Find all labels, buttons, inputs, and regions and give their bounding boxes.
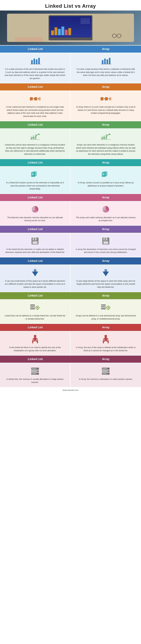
svg-point-103 [37, 371, 38, 372]
left-content-3: In a linked list random access to the el… [0, 167, 70, 194]
right-icon-7 [100, 303, 111, 312]
left-text-8: In the linked list there is no need to s… [9, 346, 61, 352]
right-content-6: It uses large blocks of free space to st… [70, 265, 141, 292]
svg-rect-7 [36, 59, 37, 64]
right-content-3: In Array, random access is possible as i… [70, 167, 141, 194]
svg-rect-64 [105, 269, 107, 272]
header: Linked List vs Array [0, 0, 141, 10]
svg-rect-115 [103, 371, 107, 372]
svg-rect-98 [107, 338, 108, 340]
svg-rect-10 [102, 60, 103, 64]
svg-rect-94 [106, 340, 109, 342]
svg-rect-55 [34, 238, 35, 240]
right-icon-8 [100, 334, 111, 344]
svg-rect-65 [30, 304, 35, 306]
left-content-2: Linked lists cannot store elements in a … [0, 129, 70, 159]
svg-rect-97 [103, 338, 104, 340]
svg-rect-88 [37, 342, 38, 343]
svg-rect-59 [104, 242, 108, 244]
right-header-1: Array [70, 84, 141, 90]
right-icon-4 [100, 205, 111, 214]
svg-rect-86 [35, 340, 38, 342]
svg-rect-54 [33, 242, 37, 244]
left-header-9: Linked List [0, 356, 70, 363]
right-icon-1 [100, 94, 111, 104]
right-icon-6 [100, 268, 111, 278]
svg-point-111 [108, 368, 109, 369]
svg-point-1 [117, 34, 121, 38]
right-header-3: Array [70, 159, 141, 166]
svg-rect-89 [32, 338, 34, 340]
comparison-rows: Linked List Array It is a data structure… [0, 45, 141, 387]
left-icon-0 [30, 56, 41, 66]
left-content-0: It is a data structure of the set of ele… [0, 53, 70, 83]
right-icon-2 [100, 132, 111, 141]
left-header-7: Linked List [0, 292, 70, 299]
svg-rect-85 [32, 340, 35, 342]
svg-rect-93 [103, 340, 105, 342]
svg-rect-45 [32, 174, 34, 175]
left-icon-9 [30, 366, 41, 376]
svg-point-78 [108, 307, 109, 308]
svg-rect-60 [105, 238, 106, 240]
footer-text: www.educba.com [62, 389, 79, 391]
left-content-1: In the Linked list each element is consi… [0, 91, 70, 121]
left-content-5: In the linked list the elements or nodes… [0, 233, 70, 257]
right-text-7: Arrays can be defined in a one-dimension… [76, 314, 136, 320]
svg-rect-96 [108, 342, 109, 343]
svg-rect-39 [101, 137, 103, 140]
right-icon-3 [100, 170, 111, 179]
svg-rect-84 [34, 338, 36, 340]
svg-rect-87 [32, 342, 33, 343]
svg-rect-34 [31, 137, 32, 140]
right-text-6: It uses large blocks of free space to st… [76, 280, 135, 288]
svg-rect-106 [32, 371, 36, 372]
right-content-7: Arrays can be defined in a one-dimension… [70, 300, 141, 324]
right-content-1: In Array, there is no such node concept … [70, 91, 141, 121]
right-header-7: Array [70, 292, 141, 299]
right-header-6: Array [70, 258, 141, 264]
svg-rect-66 [30, 306, 35, 308]
left-header-6: Linked List [0, 258, 70, 264]
left-header-4: Linked List [0, 194, 70, 201]
svg-rect-67 [30, 308, 35, 309]
footer: www.educba.com [0, 387, 141, 393]
svg-rect-27 [105, 97, 108, 100]
svg-rect-30 [109, 97, 111, 100]
right-icon-0 [100, 56, 111, 66]
svg-rect-12 [107, 59, 108, 64]
svg-rect-107 [32, 373, 36, 374]
right-content-2: Arrays can store their elements in a con… [70, 129, 141, 159]
svg-rect-92 [105, 338, 107, 340]
svg-rect-116 [103, 373, 107, 374]
svg-rect-21 [39, 97, 41, 100]
left-content-7: Linked lists can be defined as a simple … [0, 300, 70, 324]
left-icon-6 [30, 268, 41, 278]
svg-point-83 [34, 335, 36, 338]
right-header-5: Array [70, 226, 141, 233]
right-content-0: It is also a data structure that stores … [70, 53, 141, 83]
right-header-2: Array [70, 121, 141, 128]
svg-rect-90 [36, 338, 38, 340]
svg-rect-18 [34, 97, 37, 100]
right-text-1: In Array, there is no such node concept … [76, 106, 135, 114]
svg-rect-13 [109, 58, 111, 64]
svg-point-102 [37, 368, 38, 369]
svg-point-104 [37, 373, 38, 374]
svg-rect-36 [35, 134, 36, 140]
right-text-4: The array uses static memory allocation … [76, 216, 136, 222]
right-text-2: Arrays can store their elements in a con… [76, 144, 136, 155]
right-text-3: In Array, random access is possible as i… [78, 182, 134, 187]
left-text-5: In the linked list the elements or nodes… [5, 248, 65, 254]
right-header-0: Array [70, 46, 141, 52]
svg-rect-41 [106, 134, 107, 140]
right-icon-5 [100, 236, 111, 246]
svg-point-91 [105, 335, 107, 338]
left-header-8: Linked List [0, 324, 70, 331]
svg-rect-95 [103, 342, 104, 343]
left-text-1: In the Linked list each element is consi… [6, 106, 64, 117]
left-content-4: The liked list uses dynamic memory alloc… [0, 202, 70, 225]
svg-marker-38 [109, 133, 111, 135]
svg-rect-114 [103, 368, 107, 369]
left-text-9: In linked lists, the memory is usually a… [6, 378, 64, 384]
